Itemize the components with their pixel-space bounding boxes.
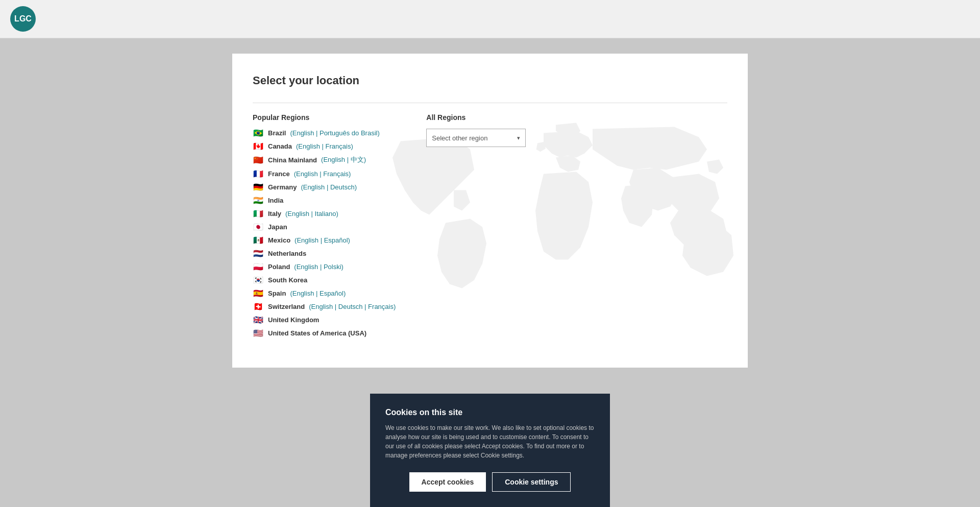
- flag-netherlands: 🇳🇱: [253, 249, 264, 257]
- flag-poland: 🇵🇱: [253, 262, 264, 271]
- region-name-japan: Japan: [268, 223, 287, 231]
- region-name-spain: Spain: [268, 289, 286, 297]
- cookie-banner: Cookies on this site We use cookies to m…: [370, 394, 610, 507]
- flag-china: 🇨🇳: [253, 156, 264, 164]
- region-langs-switzerland: (English | Deutsch | Français): [309, 303, 396, 310]
- page-title: Select your location: [253, 74, 727, 87]
- region-langs-mexico: (English | Español): [295, 236, 350, 244]
- region-item-germany[interactable]: 🇩🇪 Germany (English | Deutsch): [253, 183, 396, 191]
- region-name-india: India: [268, 197, 283, 204]
- region-name-china: China Mainland: [268, 156, 317, 164]
- flag-japan: 🇯🇵: [253, 223, 264, 231]
- popular-regions-section: Popular Regions 🇧🇷 Brazil (English | Por…: [253, 113, 396, 342]
- region-langs-spain: (English | Español): [290, 289, 346, 297]
- region-langs-china: (English | 中文): [321, 155, 366, 164]
- region-item-mexico[interactable]: 🇲🇽 Mexico (English | Español): [253, 236, 396, 244]
- region-item-india[interactable]: 🇮🇳 India: [253, 196, 396, 204]
- flag-south-korea: 🇰🇷: [253, 276, 264, 284]
- region-dropdown[interactable]: Select other region ▾: [426, 129, 526, 147]
- region-name-mexico: Mexico: [268, 236, 290, 244]
- header: LGC: [0, 0, 980, 38]
- flag-uk: 🇬🇧: [253, 316, 264, 324]
- cookie-settings-button[interactable]: Cookie settings: [492, 472, 571, 492]
- region-item-usa[interactable]: 🇺🇸 United States of America (USA): [253, 329, 396, 337]
- flag-canada: 🇨🇦: [253, 142, 264, 150]
- main-container: Select your location Popular Regions 🇧🇷 …: [0, 38, 980, 368]
- all-regions-section: All Regions Select other region ▾: [426, 113, 528, 342]
- all-regions-label: All Regions: [426, 113, 528, 122]
- region-name-south-korea: South Korea: [268, 276, 307, 284]
- flag-france: 🇫🇷: [253, 170, 264, 178]
- flag-brazil: 🇧🇷: [253, 129, 264, 137]
- cookie-banner-text: We use cookies to make our site work. We…: [385, 423, 595, 460]
- region-name-uk: United Kingdom: [268, 316, 319, 324]
- region-name-usa: United States of America (USA): [268, 329, 366, 337]
- region-name-canada: Canada: [268, 142, 292, 150]
- cookie-banner-title: Cookies on this site: [385, 408, 595, 417]
- region-langs-italy: (English | Italiano): [285, 210, 338, 218]
- region-name-brazil: Brazil: [268, 129, 286, 137]
- flag-usa: 🇺🇸: [253, 329, 264, 337]
- flag-germany: 🇩🇪: [253, 183, 264, 191]
- columns-container: Popular Regions 🇧🇷 Brazil (English | Por…: [253, 113, 727, 342]
- logo[interactable]: LGC: [10, 6, 36, 32]
- region-item-france[interactable]: 🇫🇷 France (English | Français): [253, 170, 396, 178]
- region-name-france: France: [268, 170, 290, 178]
- region-langs-canada: (English | Français): [296, 142, 353, 150]
- region-name-switzerland: Switzerland: [268, 303, 305, 310]
- region-item-south-korea[interactable]: 🇰🇷 South Korea: [253, 276, 396, 284]
- flag-spain: 🇪🇸: [253, 289, 264, 297]
- region-langs-brazil: (English | Português do Brasil): [290, 129, 379, 137]
- flag-italy: 🇮🇹: [253, 209, 264, 218]
- region-name-germany: Germany: [268, 183, 297, 191]
- region-item-uk[interactable]: 🇬🇧 United Kingdom: [253, 316, 396, 324]
- dropdown-selected-text: Select other region: [432, 134, 487, 142]
- region-item-spain[interactable]: 🇪🇸 Spain (English | Español): [253, 289, 396, 297]
- region-item-switzerland[interactable]: 🇨🇭 Switzerland (English | Deutsch | Fran…: [253, 302, 396, 310]
- flag-mexico: 🇲🇽: [253, 236, 264, 244]
- region-item-italy[interactable]: 🇮🇹 Italy (English | Italiano): [253, 209, 396, 218]
- region-item-china[interactable]: 🇨🇳 China Mainland (English | 中文): [253, 155, 396, 164]
- flag-switzerland: 🇨🇭: [253, 302, 264, 310]
- location-card: Select your location Popular Regions 🇧🇷 …: [232, 54, 748, 368]
- chevron-down-icon: ▾: [517, 135, 520, 141]
- popular-regions-label: Popular Regions: [253, 113, 396, 122]
- region-langs-poland: (English | Polski): [294, 263, 344, 271]
- region-item-netherlands[interactable]: 🇳🇱 Netherlands: [253, 249, 396, 257]
- region-name-poland: Poland: [268, 263, 290, 271]
- accept-cookies-button[interactable]: Accept cookies: [409, 472, 486, 492]
- flag-india: 🇮🇳: [253, 196, 264, 204]
- divider: [253, 103, 727, 103]
- region-item-japan[interactable]: 🇯🇵 Japan: [253, 223, 396, 231]
- cookie-buttons-container: Accept cookies Cookie settings: [385, 472, 595, 492]
- region-langs-germany: (English | Deutsch): [301, 183, 357, 191]
- region-item-poland[interactable]: 🇵🇱 Poland (English | Polski): [253, 262, 396, 271]
- region-name-italy: Italy: [268, 210, 281, 218]
- region-name-netherlands: Netherlands: [268, 250, 306, 257]
- region-item-brazil[interactable]: 🇧🇷 Brazil (English | Português do Brasil…: [253, 129, 396, 137]
- region-langs-france: (English | Français): [294, 170, 351, 178]
- region-item-canada[interactable]: 🇨🇦 Canada (English | Français): [253, 142, 396, 150]
